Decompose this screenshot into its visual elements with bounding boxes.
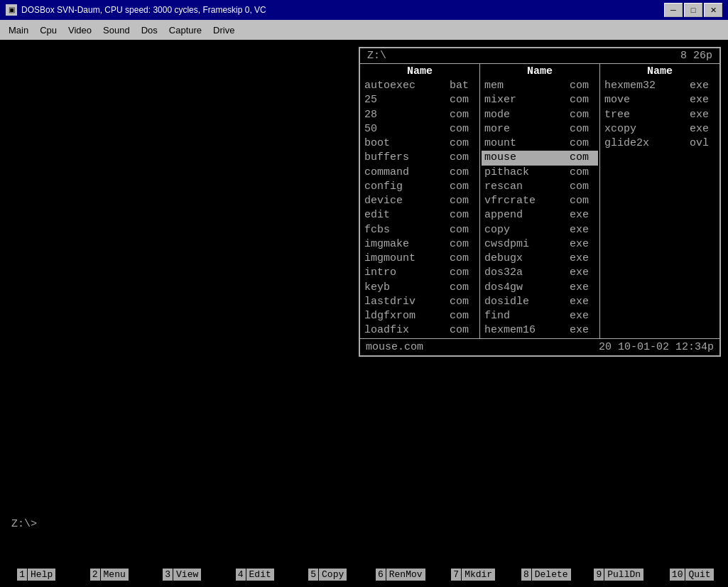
file-ext: com [450,136,475,151]
file-row[interactable]: editcom [362,208,478,222]
file-name: vfrcrate [484,194,570,208]
menu-item-dos[interactable]: Dos [136,23,163,37]
func-key-2[interactable]: 2Menu [73,561,146,587]
maximize-button[interactable]: □ [684,3,702,17]
file-row[interactable]: hexmem16exe [482,323,598,338]
menu-item-main[interactable]: Main [3,23,34,37]
file-row[interactable]: rescancom [482,180,598,194]
window-controls: ─ □ ✕ [664,3,722,17]
file-row[interactable]: bufferscom [362,151,478,165]
col3-header: Name [600,64,719,79]
file-ext: exe [690,108,715,122]
file-ext: com [450,208,475,222]
file-row[interactable]: moveexe [602,93,718,107]
footer-filename: mouse.com [366,341,423,353]
col3: Name hexmem32exemoveexetreeexexcopyexegl… [600,64,719,338]
func-label: Delete [532,569,571,581]
close-button[interactable]: ✕ [704,3,722,17]
file-row[interactable]: dos4gwexe [482,281,598,295]
file-row[interactable]: ldgfxromcom [362,309,478,323]
file-row[interactable]: mountcom [482,136,598,151]
file-row[interactable]: mousecom [482,151,598,165]
func-key-8[interactable]: 8Delete [510,561,583,587]
col2: Name memcommixercommodecommorecommountco… [480,64,600,338]
file-row[interactable]: cwsdpmiexe [482,237,598,252]
file-row[interactable]: treeexe [602,108,718,122]
file-name: device [364,194,450,208]
file-row[interactable]: commandcom [362,166,478,180]
func-num: 8 [521,569,531,581]
file-ext: com [570,180,595,194]
func-key-10[interactable]: 10Quit [656,561,729,587]
file-row[interactable]: 25com [362,93,478,107]
file-row[interactable]: bootcom [362,136,478,151]
func-num: 3 [163,569,173,581]
file-row[interactable]: glide2xovl [602,136,718,151]
func-key-1[interactable]: 1Help [0,561,73,587]
file-row[interactable]: lastdrivcom [362,295,478,309]
file-name: cwsdpmi [484,237,570,252]
dos-area: Z:\ 8 26p Name autoexecbat25com28com50co… [0,40,728,561]
func-key-5[interactable]: 5Copy [291,561,364,587]
func-label: Mkdir [462,569,495,581]
file-row[interactable]: autoexecbat [362,79,478,93]
file-row[interactable]: appendexe [482,208,598,222]
file-name: hexmem32 [604,79,690,93]
file-row[interactable]: modecom [482,108,598,122]
file-row[interactable]: mixercom [482,93,598,107]
file-name: loadfix [364,323,450,338]
file-row[interactable]: dosidleexe [482,295,598,309]
file-row[interactable]: pithackcom [482,166,598,180]
file-row[interactable]: loadfixcom [362,323,478,338]
file-name: mixer [484,93,570,107]
file-name: mode [484,108,570,122]
col3-items: hexmem32exemoveexetreeexexcopyexeglide2x… [600,79,719,151]
file-ext: exe [570,323,595,338]
file-row[interactable]: hexmem32exe [602,79,718,93]
file-row[interactable]: devicecom [362,194,478,208]
file-row[interactable]: imgmountcom [362,252,478,266]
file-name: pithack [484,166,570,180]
func-key-6[interactable]: 6RenMov [364,561,438,587]
file-ext: exe [570,252,595,266]
file-ext: com [450,151,475,165]
file-row[interactable]: imgmakecom [362,237,478,252]
file-name: autoexec [364,79,450,93]
file-ext: com [450,323,475,338]
func-label: Help [28,569,55,581]
file-row[interactable]: memcom [482,79,598,93]
file-ext: exe [690,122,715,136]
file-row[interactable]: morecom [482,122,598,136]
func-key-4[interactable]: 4Edit [219,561,292,587]
func-key-9[interactable]: 9PullDn [582,561,656,587]
file-row[interactable]: copyexe [482,223,598,237]
funcbar: 1Help2Menu3View4Edit5Copy6RenMov7Mkdir8D… [0,561,728,587]
file-row[interactable]: fcbscom [362,223,478,237]
file-row[interactable]: introcom [362,266,478,280]
menu-item-cpu[interactable]: Cpu [34,23,63,37]
file-row[interactable]: findexe [482,309,598,323]
col1-header: Name [360,64,479,79]
file-name: ldgfxrom [364,309,450,323]
func-label: View [173,569,201,581]
menu-item-sound[interactable]: Sound [97,23,136,37]
menu-item-video[interactable]: Video [63,23,97,37]
file-row[interactable]: keybcom [362,281,478,295]
file-row[interactable]: 50com [362,122,478,136]
file-row[interactable]: debugxexe [482,252,598,266]
file-row[interactable]: dos32aexe [482,266,598,280]
panel-info: 8 26p [680,50,712,62]
file-row[interactable]: configcom [362,180,478,194]
func-key-7[interactable]: 7Mkdir [437,561,510,587]
menu-item-capture[interactable]: Capture [163,23,207,37]
file-row[interactable]: vfrcratecom [482,194,598,208]
menu-item-drive[interactable]: Drive [207,23,240,37]
func-num: 6 [376,569,386,581]
file-row[interactable]: 28com [362,108,478,122]
file-ext: com [570,136,595,151]
col1-items: autoexecbat25com28com50combootcombuffers… [360,79,479,338]
file-row[interactable]: xcopyexe [602,122,718,136]
func-key-3[interactable]: 3View [146,561,219,587]
func-num: 10 [670,569,685,581]
minimize-button[interactable]: ─ [664,3,683,17]
